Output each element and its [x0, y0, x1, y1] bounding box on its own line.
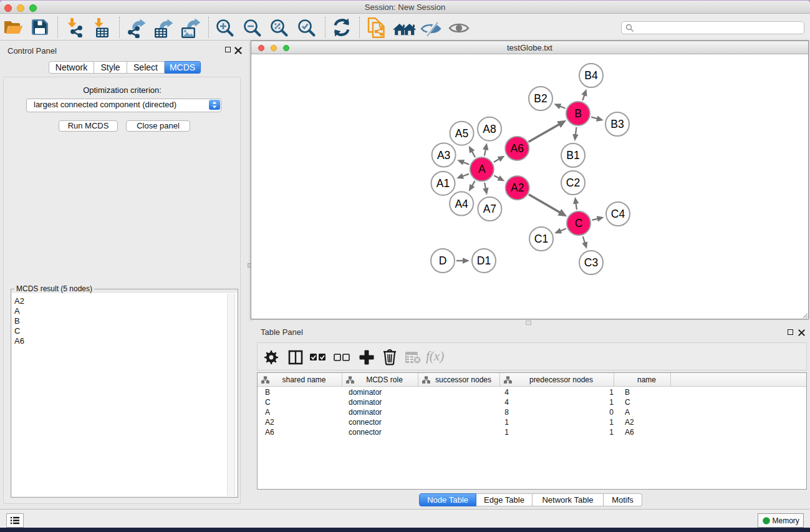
svg-text:D: D [439, 254, 447, 267]
svg-text:A1: A1 [436, 177, 450, 190]
svg-text:f(x): f(x) [426, 350, 444, 364]
svg-text:Memory: Memory [773, 516, 799, 525]
svg-text:A6: A6 [511, 142, 524, 155]
svg-text:B2: B2 [534, 92, 547, 105]
svg-text:A7: A7 [483, 203, 496, 215]
svg-text:B1: B1 [566, 149, 579, 162]
svg-text:A5: A5 [455, 127, 468, 140]
svg-text:A4: A4 [455, 198, 468, 210]
svg-text:B: B [574, 107, 582, 120]
svg-text:C3: C3 [584, 256, 598, 269]
svg-text:A: A [478, 163, 486, 175]
svg-text:C1: C1 [534, 233, 548, 245]
svg-text:B4: B4 [584, 69, 598, 82]
svg-text:A3: A3 [437, 149, 450, 162]
svg-text:A8: A8 [483, 123, 496, 135]
svg-text:A2: A2 [511, 181, 524, 194]
svg-text:B3: B3 [610, 118, 624, 130]
svg-text:C2: C2 [566, 177, 580, 189]
svg-text:C: C [575, 217, 583, 230]
svg-text:D1: D1 [477, 254, 491, 267]
svg-text:C4: C4 [611, 208, 625, 220]
